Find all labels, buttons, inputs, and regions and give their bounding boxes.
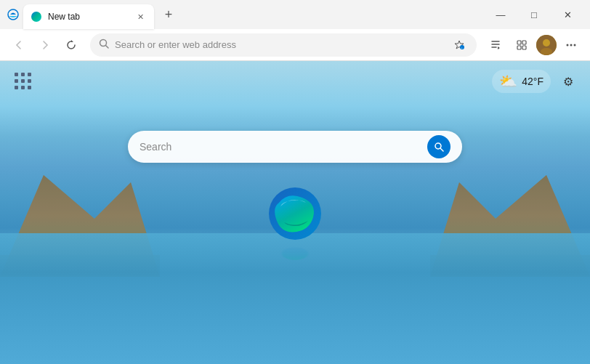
window-controls: — □ ✕ bbox=[484, 3, 584, 26]
address-search-icon bbox=[99, 39, 109, 51]
svg-point-16 bbox=[574, 44, 576, 46]
svg-point-12 bbox=[543, 39, 550, 46]
more-button[interactable] bbox=[559, 33, 583, 57]
maximize-button[interactable]: □ bbox=[517, 3, 551, 26]
address-bar-icons: + bbox=[450, 36, 468, 54]
content-overlay: ⛅ 42°F ⚙ Search bbox=[0, 61, 590, 364]
close-button[interactable]: ✕ bbox=[551, 3, 584, 26]
edge-logo-container bbox=[266, 185, 324, 268]
grid-dots bbox=[15, 73, 32, 90]
minimize-button[interactable]: — bbox=[484, 3, 517, 26]
svg-rect-8 bbox=[522, 41, 526, 44]
svg-point-1 bbox=[31, 12, 41, 22]
search-box[interactable]: Search bbox=[128, 131, 462, 163]
tab-favicon bbox=[31, 11, 42, 23]
favorites-star-icon[interactable]: + bbox=[450, 36, 468, 54]
weather-widget[interactable]: ⛅ 42°F bbox=[492, 70, 551, 93]
svg-rect-10 bbox=[522, 46, 526, 49]
content-area: ⛅ 42°F ⚙ Search bbox=[0, 61, 590, 364]
svg-point-13 bbox=[541, 48, 552, 55]
title-bar-left bbox=[6, 7, 20, 22]
content-top-bar: ⛅ 42°F ⚙ bbox=[0, 61, 590, 102]
svg-line-3 bbox=[106, 46, 109, 49]
search-placeholder: Search bbox=[140, 141, 420, 153]
reading-list-button[interactable] bbox=[484, 33, 507, 57]
new-tab-button[interactable]: + bbox=[158, 4, 179, 25]
back-button[interactable] bbox=[7, 33, 31, 57]
address-bar[interactable]: Search or enter web address + bbox=[90, 33, 477, 57]
tab-close-button[interactable]: ✕ bbox=[134, 10, 147, 23]
weather-settings-group: ⛅ 42°F ⚙ bbox=[492, 70, 578, 93]
svg-rect-9 bbox=[517, 46, 521, 49]
collections-button[interactable] bbox=[510, 33, 533, 57]
svg-point-15 bbox=[570, 44, 573, 46]
apps-grid-button[interactable] bbox=[12, 70, 35, 93]
search-submit-button[interactable] bbox=[427, 135, 450, 158]
forward-button[interactable] bbox=[33, 33, 57, 57]
profile-avatar[interactable] bbox=[536, 35, 557, 55]
active-tab[interactable]: New tab ✕ bbox=[23, 4, 154, 29]
weather-icon: ⛅ bbox=[499, 73, 517, 90]
edge-logo-reflection bbox=[266, 246, 324, 261]
browser-icon bbox=[6, 7, 20, 22]
tab-strip: New tab ✕ + bbox=[20, 0, 484, 29]
refresh-button[interactable] bbox=[60, 33, 83, 57]
title-bar: New tab ✕ + — □ ✕ bbox=[0, 0, 590, 29]
svg-rect-7 bbox=[517, 41, 521, 44]
search-section: Search bbox=[0, 131, 590, 163]
svg-marker-6 bbox=[498, 46, 500, 49]
svg-point-14 bbox=[567, 44, 569, 46]
address-placeholder: Search or enter web address bbox=[115, 39, 445, 50]
weather-temperature: 42°F bbox=[522, 76, 543, 87]
toolbar: Search or enter web address + bbox=[0, 29, 590, 61]
svg-point-26 bbox=[282, 247, 308, 260]
tab-title: New tab bbox=[48, 12, 128, 22]
settings-button[interactable]: ⚙ bbox=[558, 71, 578, 92]
edge-logo bbox=[266, 185, 324, 243]
svg-line-24 bbox=[440, 148, 443, 151]
